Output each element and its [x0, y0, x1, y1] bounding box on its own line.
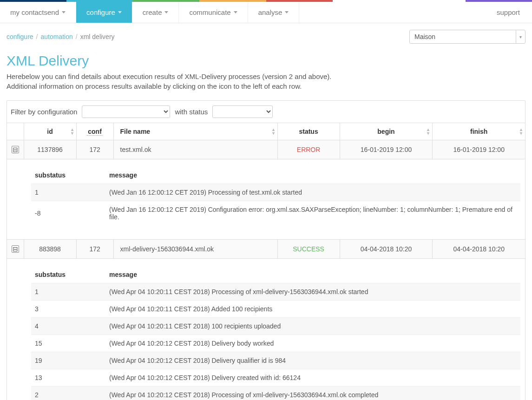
- detail-col-substatus: substatus: [31, 266, 105, 283]
- nav-tab-communicate[interactable]: communicate: [179, 2, 248, 23]
- detail-row: 3(Wed Apr 04 10:20:11 CEST 2018) Added 1…: [31, 301, 520, 318]
- chevron-down-icon: ▾: [516, 30, 525, 43]
- cell-filename: xml-delivery-1563036944.xml.ok: [113, 240, 277, 259]
- detail-row: 1(Wed Jan 16 12:00:12 CET 2019) Processi…: [31, 184, 520, 201]
- breadcrumb: configure/automation/xml delivery: [7, 33, 115, 40]
- cell-filename: test.xml.ok: [113, 140, 277, 159]
- col-expand: [7, 123, 24, 140]
- filter-config-select[interactable]: -- all configurations: [82, 105, 170, 118]
- col-conf[interactable]: conf: [76, 123, 113, 140]
- subbar: configure/automation/xml delivery Maison…: [0, 23, 532, 48]
- detail-message: (Wed Apr 04 10:20:12 CEST 2018) Delivery…: [105, 369, 520, 387]
- detail-message: (Wed Jan 16 12:00:12 CET 2019) Configura…: [105, 201, 520, 226]
- detail-substatus: 19: [31, 352, 105, 369]
- filter-config-label: Filter by configuration: [11, 108, 77, 116]
- detail-substatus: 13: [31, 369, 105, 387]
- cell-finish: 16-01-2019 12:00: [433, 140, 525, 159]
- nav-tab-configure[interactable]: configure: [76, 2, 132, 23]
- detail-message: (Wed Apr 04 10:20:11 CEST 2018) Added 10…: [105, 301, 520, 318]
- chevron-down-icon: [234, 11, 237, 13]
- detail-substatus: -8: [31, 201, 105, 226]
- table-row: ⊟1137896172test.xml.okERROR16-01-2019 12…: [7, 140, 525, 159]
- detail-message: (Wed Apr 04 10:20:12 CEST 2018) Delivery…: [105, 335, 520, 352]
- breadcrumb-link[interactable]: automation: [40, 33, 72, 40]
- cell-id: 1137896: [24, 140, 76, 159]
- cell-status: SUCCESS: [277, 240, 340, 259]
- detail-substatus: 4: [31, 318, 105, 335]
- cell-id: 883898: [24, 240, 76, 259]
- detail-col-message: message: [105, 167, 520, 184]
- detail-row: 19(Wed Apr 04 10:20:12 CEST 2018) Delive…: [31, 352, 520, 369]
- results-panel: Filter by configuration -- all configura…: [7, 100, 525, 400]
- chevron-down-icon: [62, 11, 66, 13]
- account-selector[interactable]: Maison ▾: [409, 30, 525, 44]
- row-expander[interactable]: ⊟: [12, 146, 19, 153]
- detail-row: 1(Wed Apr 04 10:20:11 CEST 2018) Process…: [31, 283, 520, 301]
- detail-col-message: message: [105, 266, 520, 283]
- nav-tab-analyse[interactable]: analyse: [248, 2, 300, 23]
- nav-support[interactable]: support: [485, 2, 532, 23]
- detail-row: 4(Wed Apr 04 10:20:11 CEST 2018) 100 rec…: [31, 318, 520, 335]
- col-status[interactable]: status: [277, 123, 340, 140]
- filter-status-label: with status: [175, 108, 208, 116]
- account-selector-value: Maison: [414, 33, 435, 40]
- col-id[interactable]: id▴▾: [24, 123, 76, 140]
- detail-message: (Wed Apr 04 10:20:12 CEST 2018) Processi…: [105, 387, 520, 400]
- main-nav: my contactsendconfigurecreatecommunicate…: [0, 2, 532, 23]
- detail-row: 13(Wed Apr 04 10:20:12 CEST 2018) Delive…: [31, 369, 520, 387]
- breadcrumb-link[interactable]: configure: [7, 33, 33, 40]
- cell-begin: 04-04-2018 10:20: [340, 240, 433, 259]
- detail-row: 2(Wed Apr 04 10:20:12 CEST 2018) Process…: [31, 387, 520, 400]
- cell-begin: 16-01-2019 12:00: [340, 140, 433, 159]
- detail-substatus: 3: [31, 301, 105, 318]
- detail-message: (Wed Apr 04 10:20:12 CEST 2018) Delivery…: [105, 352, 520, 369]
- detail-table: substatusmessage1(Wed Jan 16 12:00:12 CE…: [31, 167, 520, 225]
- breadcrumb-current: xml delivery: [80, 33, 115, 40]
- cell-conf: 172: [76, 240, 113, 259]
- nav-tab-create[interactable]: create: [132, 2, 179, 23]
- page-lead: Herebelow you can find details about exe…: [7, 72, 525, 91]
- detail-substatus: 15: [31, 335, 105, 352]
- filter-status-select[interactable]: -- doesn't matter: [212, 105, 273, 118]
- results-table: id▴▾ conf File name▴▾ status begin▴▾ fin…: [7, 123, 525, 400]
- chevron-down-icon: [285, 11, 289, 13]
- detail-substatus: 2: [31, 387, 105, 400]
- col-begin[interactable]: begin▴▾: [340, 123, 433, 140]
- detail-substatus: 1: [31, 184, 105, 201]
- detail-row: -8(Wed Jan 16 12:00:12 CET 2019) Configu…: [31, 201, 520, 226]
- chevron-down-icon: [164, 11, 168, 13]
- detail-row: 15(Wed Apr 04 10:20:12 CEST 2018) Delive…: [31, 335, 520, 352]
- col-finish[interactable]: finish▴▾: [433, 123, 525, 140]
- filter-bar: Filter by configuration -- all configura…: [7, 101, 525, 123]
- cell-conf: 172: [76, 140, 113, 159]
- detail-col-substatus: substatus: [31, 167, 105, 184]
- cell-finish: 04-04-2018 10:20: [433, 240, 525, 259]
- page-title: XML Delivery: [7, 53, 525, 69]
- detail-table: substatusmessage1(Wed Apr 04 10:20:11 CE…: [31, 266, 520, 400]
- detail-message: (Wed Jan 16 12:00:12 CET 2019) Processin…: [105, 184, 520, 201]
- chevron-down-icon: [118, 11, 122, 13]
- row-expander[interactable]: ⊟: [12, 245, 19, 253]
- cell-status: ERROR: [277, 140, 340, 159]
- detail-substatus: 1: [31, 283, 105, 301]
- table-row: ⊟883898172xml-delivery-1563036944.xml.ok…: [7, 240, 525, 259]
- col-file[interactable]: File name▴▾: [113, 123, 277, 140]
- nav-tab-my-contactsend[interactable]: my contactsend: [0, 2, 76, 23]
- detail-message: (Wed Apr 04 10:20:11 CEST 2018) 100 reci…: [105, 318, 520, 335]
- detail-message: (Wed Apr 04 10:20:11 CEST 2018) Processi…: [105, 283, 520, 301]
